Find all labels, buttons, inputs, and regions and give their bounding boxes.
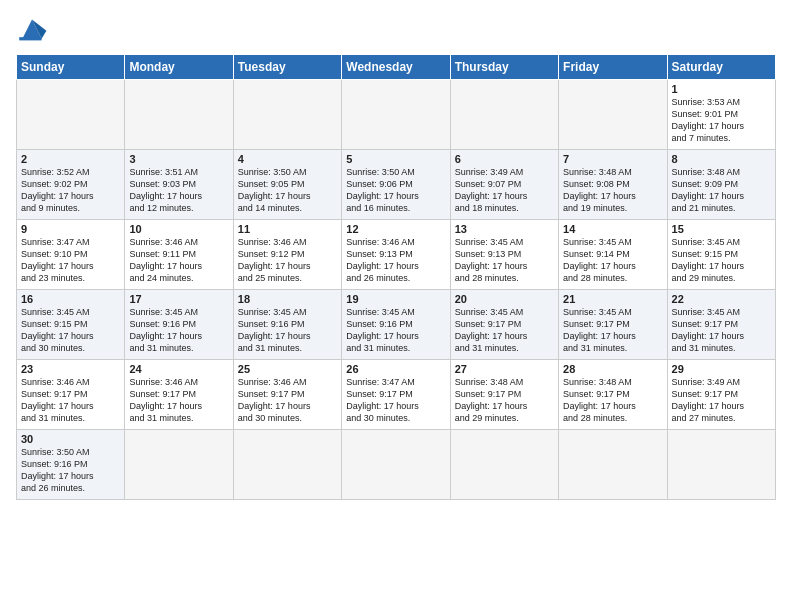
calendar-cell: 17Sunrise: 3:45 AM Sunset: 9:16 PM Dayli… <box>125 290 233 360</box>
calendar-cell: 4Sunrise: 3:50 AM Sunset: 9:05 PM Daylig… <box>233 150 341 220</box>
calendar-cell <box>17 80 125 150</box>
day-info: Sunrise: 3:50 AM Sunset: 9:05 PM Dayligh… <box>238 166 337 215</box>
day-number: 29 <box>672 363 771 375</box>
calendar-cell <box>233 430 341 500</box>
calendar-table: SundayMondayTuesdayWednesdayThursdayFrid… <box>16 54 776 500</box>
day-number: 16 <box>21 293 120 305</box>
weekday-header-friday: Friday <box>559 55 667 80</box>
day-info: Sunrise: 3:45 AM Sunset: 9:13 PM Dayligh… <box>455 236 554 285</box>
day-info: Sunrise: 3:46 AM Sunset: 9:17 PM Dayligh… <box>129 376 228 425</box>
calendar-cell: 28Sunrise: 3:48 AM Sunset: 9:17 PM Dayli… <box>559 360 667 430</box>
weekday-header-thursday: Thursday <box>450 55 558 80</box>
day-number: 8 <box>672 153 771 165</box>
day-info: Sunrise: 3:48 AM Sunset: 9:09 PM Dayligh… <box>672 166 771 215</box>
calendar-cell <box>450 430 558 500</box>
day-number: 15 <box>672 223 771 235</box>
day-info: Sunrise: 3:46 AM Sunset: 9:13 PM Dayligh… <box>346 236 445 285</box>
day-info: Sunrise: 3:50 AM Sunset: 9:06 PM Dayligh… <box>346 166 445 215</box>
calendar-cell <box>667 430 775 500</box>
weekday-header-sunday: Sunday <box>17 55 125 80</box>
day-info: Sunrise: 3:45 AM Sunset: 9:16 PM Dayligh… <box>238 306 337 355</box>
day-number: 21 <box>563 293 662 305</box>
svg-rect-2 <box>19 37 41 40</box>
calendar-cell <box>233 80 341 150</box>
calendar-week-row: 2Sunrise: 3:52 AM Sunset: 9:02 PM Daylig… <box>17 150 776 220</box>
day-number: 3 <box>129 153 228 165</box>
weekday-header-row: SundayMondayTuesdayWednesdayThursdayFrid… <box>17 55 776 80</box>
day-info: Sunrise: 3:48 AM Sunset: 9:17 PM Dayligh… <box>563 376 662 425</box>
calendar-cell <box>342 80 450 150</box>
calendar-cell: 7Sunrise: 3:48 AM Sunset: 9:08 PM Daylig… <box>559 150 667 220</box>
calendar-cell: 12Sunrise: 3:46 AM Sunset: 9:13 PM Dayli… <box>342 220 450 290</box>
day-number: 25 <box>238 363 337 375</box>
day-info: Sunrise: 3:45 AM Sunset: 9:16 PM Dayligh… <box>346 306 445 355</box>
day-number: 11 <box>238 223 337 235</box>
day-number: 22 <box>672 293 771 305</box>
day-number: 23 <box>21 363 120 375</box>
day-number: 12 <box>346 223 445 235</box>
day-info: Sunrise: 3:45 AM Sunset: 9:17 PM Dayligh… <box>563 306 662 355</box>
day-number: 20 <box>455 293 554 305</box>
calendar-cell: 11Sunrise: 3:46 AM Sunset: 9:12 PM Dayli… <box>233 220 341 290</box>
day-number: 10 <box>129 223 228 235</box>
calendar-cell: 8Sunrise: 3:48 AM Sunset: 9:09 PM Daylig… <box>667 150 775 220</box>
day-info: Sunrise: 3:46 AM Sunset: 9:17 PM Dayligh… <box>238 376 337 425</box>
calendar-cell: 13Sunrise: 3:45 AM Sunset: 9:13 PM Dayli… <box>450 220 558 290</box>
calendar-cell: 26Sunrise: 3:47 AM Sunset: 9:17 PM Dayli… <box>342 360 450 430</box>
calendar-cell: 23Sunrise: 3:46 AM Sunset: 9:17 PM Dayli… <box>17 360 125 430</box>
weekday-header-tuesday: Tuesday <box>233 55 341 80</box>
day-number: 6 <box>455 153 554 165</box>
weekday-header-wednesday: Wednesday <box>342 55 450 80</box>
day-number: 17 <box>129 293 228 305</box>
calendar-week-row: 16Sunrise: 3:45 AM Sunset: 9:15 PM Dayli… <box>17 290 776 360</box>
calendar-cell: 18Sunrise: 3:45 AM Sunset: 9:16 PM Dayli… <box>233 290 341 360</box>
day-number: 13 <box>455 223 554 235</box>
logo-icon <box>16 16 48 44</box>
calendar-cell <box>450 80 558 150</box>
day-number: 28 <box>563 363 662 375</box>
day-info: Sunrise: 3:51 AM Sunset: 9:03 PM Dayligh… <box>129 166 228 215</box>
day-info: Sunrise: 3:50 AM Sunset: 9:16 PM Dayligh… <box>21 446 120 495</box>
day-number: 1 <box>672 83 771 95</box>
calendar-cell: 30Sunrise: 3:50 AM Sunset: 9:16 PM Dayli… <box>17 430 125 500</box>
calendar-cell <box>559 80 667 150</box>
calendar-cell: 16Sunrise: 3:45 AM Sunset: 9:15 PM Dayli… <box>17 290 125 360</box>
calendar-cell: 9Sunrise: 3:47 AM Sunset: 9:10 PM Daylig… <box>17 220 125 290</box>
day-info: Sunrise: 3:46 AM Sunset: 9:11 PM Dayligh… <box>129 236 228 285</box>
day-info: Sunrise: 3:45 AM Sunset: 9:15 PM Dayligh… <box>21 306 120 355</box>
day-number: 7 <box>563 153 662 165</box>
page-header <box>16 16 776 44</box>
calendar-cell: 1Sunrise: 3:53 AM Sunset: 9:01 PM Daylig… <box>667 80 775 150</box>
day-info: Sunrise: 3:48 AM Sunset: 9:17 PM Dayligh… <box>455 376 554 425</box>
day-number: 27 <box>455 363 554 375</box>
calendar-cell: 29Sunrise: 3:49 AM Sunset: 9:17 PM Dayli… <box>667 360 775 430</box>
day-info: Sunrise: 3:46 AM Sunset: 9:17 PM Dayligh… <box>21 376 120 425</box>
calendar-cell: 15Sunrise: 3:45 AM Sunset: 9:15 PM Dayli… <box>667 220 775 290</box>
weekday-header-monday: Monday <box>125 55 233 80</box>
weekday-header-saturday: Saturday <box>667 55 775 80</box>
calendar-cell: 25Sunrise: 3:46 AM Sunset: 9:17 PM Dayli… <box>233 360 341 430</box>
day-info: Sunrise: 3:47 AM Sunset: 9:10 PM Dayligh… <box>21 236 120 285</box>
calendar-cell: 22Sunrise: 3:45 AM Sunset: 9:17 PM Dayli… <box>667 290 775 360</box>
calendar-cell: 14Sunrise: 3:45 AM Sunset: 9:14 PM Dayli… <box>559 220 667 290</box>
day-info: Sunrise: 3:53 AM Sunset: 9:01 PM Dayligh… <box>672 96 771 145</box>
day-info: Sunrise: 3:49 AM Sunset: 9:07 PM Dayligh… <box>455 166 554 215</box>
calendar-cell: 27Sunrise: 3:48 AM Sunset: 9:17 PM Dayli… <box>450 360 558 430</box>
calendar-week-row: 23Sunrise: 3:46 AM Sunset: 9:17 PM Dayli… <box>17 360 776 430</box>
day-info: Sunrise: 3:46 AM Sunset: 9:12 PM Dayligh… <box>238 236 337 285</box>
day-number: 14 <box>563 223 662 235</box>
day-info: Sunrise: 3:52 AM Sunset: 9:02 PM Dayligh… <box>21 166 120 215</box>
calendar-cell: 24Sunrise: 3:46 AM Sunset: 9:17 PM Dayli… <box>125 360 233 430</box>
day-number: 4 <box>238 153 337 165</box>
calendar-week-row: 1Sunrise: 3:53 AM Sunset: 9:01 PM Daylig… <box>17 80 776 150</box>
day-number: 24 <box>129 363 228 375</box>
calendar-cell: 21Sunrise: 3:45 AM Sunset: 9:17 PM Dayli… <box>559 290 667 360</box>
day-number: 26 <box>346 363 445 375</box>
day-number: 19 <box>346 293 445 305</box>
calendar-cell <box>342 430 450 500</box>
calendar-cell: 19Sunrise: 3:45 AM Sunset: 9:16 PM Dayli… <box>342 290 450 360</box>
day-info: Sunrise: 3:45 AM Sunset: 9:15 PM Dayligh… <box>672 236 771 285</box>
calendar-week-row: 9Sunrise: 3:47 AM Sunset: 9:10 PM Daylig… <box>17 220 776 290</box>
day-info: Sunrise: 3:45 AM Sunset: 9:17 PM Dayligh… <box>455 306 554 355</box>
logo <box>16 16 52 44</box>
